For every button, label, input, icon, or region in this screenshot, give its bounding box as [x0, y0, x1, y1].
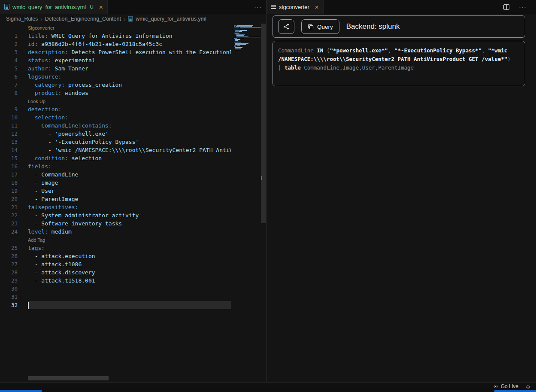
- line-number: [0, 97, 28, 105]
- tab-sigconverter[interactable]: sigconverter ×: [266, 0, 324, 14]
- codelens-action[interactable]: Add Tag: [28, 237, 45, 243]
- converter-toolbar: Query Backend: splunk: [273, 15, 525, 38]
- copy-query-button[interactable]: Query: [301, 19, 339, 34]
- code-content: - attack.t1518.001: [28, 277, 231, 285]
- breadcrumb-item[interactable]: Detection_Engineering_Content: [45, 16, 121, 22]
- code-line: 8 product: windows: [0, 89, 231, 97]
- code-line: 25tags:: [0, 244, 231, 252]
- code-line: 10 selection:: [0, 113, 231, 122]
- line-number: 28: [0, 268, 28, 277]
- breadcrumb-item[interactable]: Sigma_Rules: [6, 16, 38, 22]
- editor-pane: Sigma_Rules›Detection_Engineering_Conten…: [0, 14, 266, 382]
- code-content: - '-ExecutionPolicy Bypass': [28, 138, 231, 146]
- codelens-action[interactable]: Look Up: [28, 99, 45, 104]
- code-content: - Software inventory tasks: [28, 219, 231, 228]
- code-content: - ParentImage: [28, 195, 231, 203]
- line-number: 7: [0, 81, 28, 89]
- code-content: falsepositives:: [28, 203, 231, 211]
- line-number: 30: [0, 285, 28, 293]
- panel-tab-group: sigconverter × ···: [266, 0, 536, 14]
- code-content: - 'powershell.exe': [28, 130, 231, 138]
- editor-tab-group: wmic_query_for_antivirus.yml U × ···: [0, 0, 266, 14]
- code-line: 29 - attack.t1518.001: [0, 277, 231, 285]
- code-lines: Sigconverter1title: WMIC Query for Antiv…: [0, 24, 231, 382]
- line-number: 16: [0, 162, 28, 170]
- code-content: [28, 285, 231, 293]
- line-number: 3: [0, 48, 28, 56]
- line-number: 13: [0, 138, 28, 146]
- code-content: tags:: [28, 244, 231, 252]
- close-tab-icon[interactable]: ×: [315, 4, 319, 10]
- line-number: 31: [0, 293, 28, 301]
- code-line: 15 condition: selection: [0, 154, 231, 162]
- code-line: 28 - attack.discovery: [0, 268, 231, 277]
- code-content: category: process_creation: [28, 81, 231, 89]
- code-content: author: Sam Tanner: [28, 64, 231, 73]
- line-number: 22: [0, 211, 28, 219]
- go-live-button[interactable]: Go Live: [493, 383, 518, 389]
- breadcrumb-separator-icon: ›: [124, 16, 125, 22]
- tab-wmic-yaml[interactable]: wmic_query_for_antivirus.yml U ×: [0, 0, 108, 14]
- query-line: /NAMESPACE:\\\\root\\SecurityCenter2 PAT…: [278, 55, 520, 64]
- code-content: - 'wmic /NAMESPACE:\\\\root\\SecurityCen…: [28, 146, 231, 154]
- minimap[interactable]: [231, 24, 261, 382]
- bottom-strip-right: [494, 390, 536, 392]
- code-line: 21falsepositives:: [0, 203, 231, 211]
- vertical-scrollbar-thumb[interactable]: [261, 24, 266, 223]
- code-content: title: WMIC Query for Antivirus Informat…: [28, 32, 231, 40]
- line-number: 14: [0, 146, 28, 154]
- code-content: - attack.discovery: [28, 268, 231, 277]
- code-content: - Image: [28, 179, 231, 187]
- share-button[interactable]: [278, 19, 294, 34]
- line-number: 25: [0, 244, 28, 252]
- sigconverter-panel: Query Backend: splunk CommandLine IN ("*…: [266, 14, 536, 382]
- codelens-content: Look Up: [28, 97, 231, 105]
- code-line: 32: [0, 301, 231, 309]
- code-line: 11 CommandLine|contains:: [0, 122, 231, 130]
- query-output: CommandLine IN ("*powershell.exe*", "*-E…: [273, 41, 525, 86]
- code-content: logsource:: [28, 73, 231, 81]
- code-content: CommandLine|contains:: [28, 122, 231, 130]
- code-line: 3description: Detects PowerShell executi…: [0, 48, 231, 56]
- line-number: 24: [0, 228, 28, 236]
- query-line: | table CommandLine,Image,User,ParentIma…: [278, 64, 520, 72]
- vertical-scrollbar[interactable]: [261, 24, 266, 382]
- line-number: [0, 24, 28, 32]
- minimap-line: [234, 52, 261, 53]
- share-icon: [283, 23, 290, 30]
- code-content: description: Detects PowerShell executio…: [28, 48, 231, 56]
- close-tab-icon[interactable]: ×: [99, 4, 103, 10]
- line-number: 21: [0, 203, 28, 211]
- code-content: fields:: [28, 162, 231, 170]
- code-editor[interactable]: Sigconverter1title: WMIC Query for Antiv…: [0, 24, 266, 382]
- query-line: CommandLine IN ("*powershell.exe*", "*-E…: [278, 46, 520, 55]
- line-number: 19: [0, 187, 28, 195]
- line-number: 1: [0, 32, 28, 40]
- notifications-bell-icon[interactable]: [525, 383, 531, 389]
- code-line: 24level: medium: [0, 228, 231, 236]
- code-line: 26 - attack.execution: [0, 252, 231, 260]
- tab-label: wmic_query_for_antivirus.yml: [12, 4, 86, 10]
- breadcrumb-item[interactable]: wmic_query_for_antivirus.yml: [136, 16, 206, 22]
- code-line: 7 category: process_creation: [0, 81, 231, 89]
- code-content: [28, 293, 231, 301]
- line-number: 2: [0, 40, 28, 48]
- code-line: 16fields:: [0, 162, 231, 170]
- code-line: 22 - System administrator activity: [0, 211, 231, 219]
- line-number: 29: [0, 277, 28, 285]
- code-line: 4status: experimental: [0, 56, 231, 64]
- codelens-row: Sigconverter: [0, 24, 231, 32]
- split-editor-icon[interactable]: [503, 4, 509, 10]
- editor-more-actions-icon[interactable]: ···: [250, 0, 266, 14]
- more-actions-icon[interactable]: ···: [515, 3, 531, 11]
- horizontal-scrollbar-thumb[interactable]: [28, 376, 109, 380]
- code-content: - CommandLine: [28, 170, 231, 179]
- line-number: 18: [0, 179, 28, 187]
- code-content: status: experimental: [28, 56, 231, 64]
- line-number: 32: [0, 301, 28, 309]
- code-line: 30: [0, 285, 231, 293]
- code-content: selection:: [28, 113, 231, 122]
- codelens-action[interactable]: Sigconverter: [28, 25, 55, 30]
- tab-bar: wmic_query_for_antivirus.yml U × ··· sig…: [0, 0, 536, 14]
- breadcrumb: Sigma_Rules›Detection_Engineering_Conten…: [0, 14, 266, 24]
